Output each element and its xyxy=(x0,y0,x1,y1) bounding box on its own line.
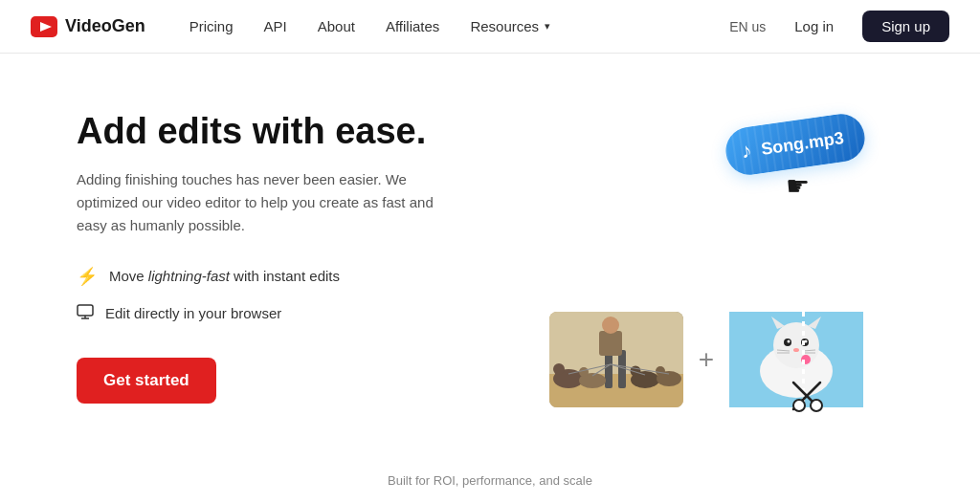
music-note-icon: ♪ xyxy=(740,139,754,164)
svg-point-18 xyxy=(656,366,665,376)
feature-item-monitor: Edit directly in your browser xyxy=(77,304,471,323)
svg-rect-9 xyxy=(599,331,622,356)
nav-right: EN us Log in Sign up xyxy=(729,11,949,42)
dogs-image xyxy=(549,312,683,407)
song-pill: ♪ Song.mp3 xyxy=(723,111,868,178)
hero-subtitle: Adding finishing touches has never been … xyxy=(77,168,440,237)
nav-link-pricing[interactable]: Pricing xyxy=(176,12,247,40)
svg-point-33 xyxy=(801,355,811,364)
language-selector[interactable]: EN us xyxy=(729,19,766,34)
cat-image xyxy=(729,312,863,407)
login-button[interactable]: Log in xyxy=(777,11,851,41)
scissors-icon xyxy=(791,381,828,425)
footer-text: Built for ROI, performance, and scale xyxy=(388,473,592,488)
main-content: Add edits with ease. Adding finishing to… xyxy=(0,54,980,474)
nav-link-resources[interactable]: Resources ▾ xyxy=(457,12,564,40)
song-label: Song.mp3 xyxy=(760,128,845,160)
plus-icon: + xyxy=(699,344,714,375)
monitor-icon xyxy=(77,304,94,323)
hero-left: Add edits with ease. Adding finishing to… xyxy=(77,111,471,404)
feature-list: ⚡ Move lightning-fast with instant edits… xyxy=(77,266,471,323)
chevron-down-icon: ▾ xyxy=(545,20,550,33)
hero-title: Add edits with ease. xyxy=(77,111,471,153)
dogs-illustration xyxy=(549,312,683,407)
svg-point-31 xyxy=(805,340,808,343)
svg-point-42 xyxy=(811,400,822,411)
navbar: VideoGen Pricing API About Affiliates Re… xyxy=(0,0,980,54)
svg-point-14 xyxy=(579,367,589,377)
logo-text: VideoGen xyxy=(65,16,145,36)
feature-text-monitor: Edit directly in your browser xyxy=(105,305,281,321)
hero-illustration: ♪ Song.mp3 ☛ xyxy=(509,111,903,436)
nav-link-about[interactable]: About xyxy=(304,12,368,40)
feature-item-lightning: ⚡ Move lightning-fast with instant edits xyxy=(77,266,471,287)
svg-point-25 xyxy=(773,322,819,368)
logo[interactable]: VideoGen xyxy=(31,16,145,37)
svg-point-10 xyxy=(602,317,619,334)
lightning-icon: ⚡ xyxy=(77,266,98,287)
get-started-button[interactable]: Get started xyxy=(77,358,216,404)
svg-rect-2 xyxy=(78,305,93,316)
svg-point-30 xyxy=(788,340,791,343)
nav-link-api[interactable]: API xyxy=(251,12,301,40)
logo-icon xyxy=(31,16,57,37)
svg-point-32 xyxy=(793,348,799,352)
signup-button[interactable]: Sign up xyxy=(862,11,949,42)
footer: Built for ROI, performance, and scale xyxy=(0,473,980,488)
svg-point-12 xyxy=(553,363,565,375)
nav-link-affiliates[interactable]: Affiliates xyxy=(372,12,453,40)
cursor-icon: ☛ xyxy=(786,170,810,202)
images-row: + xyxy=(509,312,903,407)
nav-links: Pricing API About Affiliates Resources ▾ xyxy=(176,12,729,40)
svg-point-41 xyxy=(793,400,805,411)
feature-text-lightning: Move lightning-fast with instant edits xyxy=(109,268,340,284)
